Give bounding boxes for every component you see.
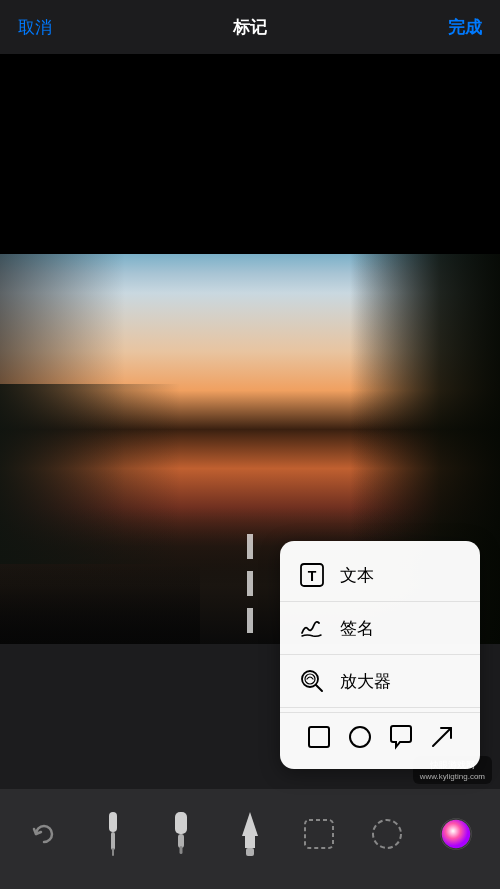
- svg-line-7: [433, 728, 451, 746]
- magnifier-icon: [298, 667, 326, 695]
- circle-shape-button[interactable]: [346, 723, 374, 751]
- text-menu-label: 文本: [340, 564, 374, 587]
- thin-brush-tool[interactable]: [83, 812, 143, 856]
- lasso-icon: [365, 812, 409, 856]
- more-tools-icon: [297, 812, 341, 856]
- undo-button[interactable]: [14, 812, 74, 856]
- magnifier-menu-label: 放大器: [340, 670, 391, 693]
- undo-icon: [22, 812, 66, 856]
- svg-rect-10: [112, 848, 114, 856]
- medium-brush-icon: [159, 812, 203, 856]
- signature-menu-item[interactable]: 签名: [280, 602, 480, 655]
- sharp-brush-icon: [228, 812, 272, 856]
- magnifier-menu-item[interactable]: 放大器: [280, 655, 480, 708]
- buildings-silhouette: [0, 384, 180, 564]
- header-bar: 取消 标记 完成: [0, 0, 500, 54]
- drawing-toolbar: [0, 789, 500, 889]
- sharp-brush-tool[interactable]: [220, 812, 280, 856]
- annotation-popup-menu: T 文本 签名 放大器: [280, 541, 480, 769]
- svg-rect-8: [109, 812, 117, 832]
- cancel-button[interactable]: 取消: [18, 16, 52, 39]
- svg-line-4: [316, 685, 322, 691]
- arrow-shape-button[interactable]: [428, 723, 456, 751]
- svg-marker-14: [242, 812, 258, 848]
- shape-tools-row: [280, 712, 480, 761]
- thin-brush-icon: [91, 812, 135, 856]
- svg-rect-9: [111, 832, 115, 850]
- color-picker-icon: [434, 812, 478, 856]
- svg-rect-16: [305, 820, 333, 848]
- lasso-tool[interactable]: [357, 812, 417, 856]
- svg-rect-13: [180, 846, 183, 854]
- svg-text:T: T: [308, 568, 317, 584]
- page-title: 标记: [233, 16, 267, 39]
- svg-rect-11: [175, 812, 187, 834]
- signature-icon: [298, 614, 326, 642]
- done-button[interactable]: 完成: [448, 16, 482, 39]
- speech-bubble-shape-button[interactable]: [387, 723, 415, 751]
- text-menu-item[interactable]: T 文本: [280, 549, 480, 602]
- signature-menu-label: 签名: [340, 617, 374, 640]
- svg-point-6: [350, 727, 370, 747]
- svg-rect-5: [309, 727, 329, 747]
- square-shape-button[interactable]: [305, 723, 333, 751]
- more-tools-button[interactable]: [289, 812, 349, 856]
- black-top-area: [0, 54, 500, 254]
- svg-point-17: [373, 820, 401, 848]
- svg-rect-15: [246, 848, 254, 856]
- road-markings: [220, 524, 280, 644]
- fence-area: [0, 564, 200, 644]
- color-picker-tool[interactable]: [426, 812, 486, 856]
- text-icon: T: [298, 561, 326, 589]
- svg-rect-12: [178, 834, 184, 848]
- medium-brush-tool[interactable]: [151, 812, 211, 856]
